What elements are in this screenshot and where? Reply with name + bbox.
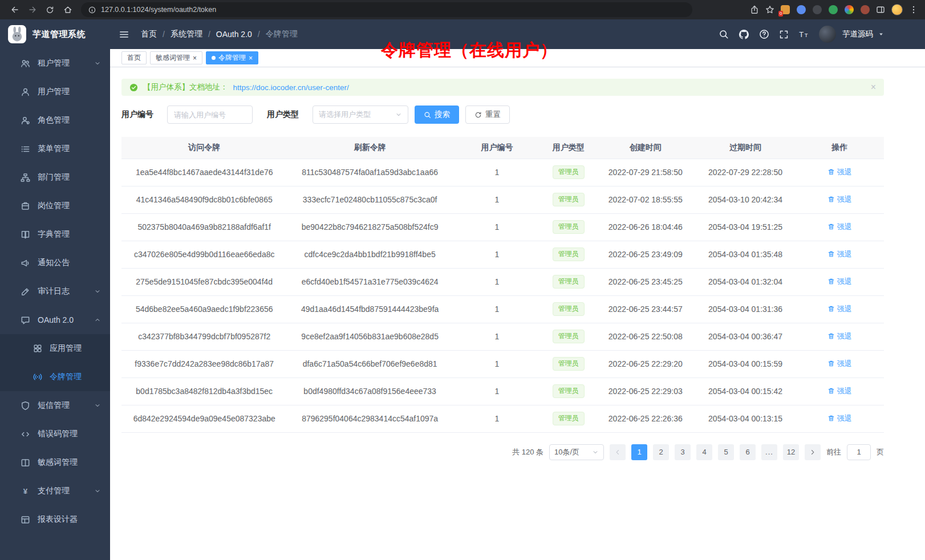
chevron-down-icon [592, 449, 599, 456]
sidebar-item[interactable]: 岗位管理 [0, 192, 110, 220]
sidebar-item[interactable]: ¥支付管理 [0, 477, 110, 505]
info-icon[interactable] [88, 6, 96, 14]
force-logout-button[interactable]: 强退 [827, 386, 852, 396]
bookmark-star-icon[interactable] [765, 5, 774, 14]
sidebar-item[interactable]: 菜单管理 [0, 135, 110, 163]
tab-close-icon[interactable]: × [249, 55, 253, 62]
sidebar-subitem[interactable]: 令牌管理 [0, 363, 110, 391]
force-logout-button[interactable]: 强退 [827, 331, 852, 342]
extension-icon[interactable] [829, 5, 838, 14]
extension-icon[interactable] [845, 5, 854, 14]
sidebar-item[interactable]: 短信管理 [0, 391, 110, 420]
pagination-page-6[interactable]: 6 [740, 444, 756, 460]
force-logout-button[interactable]: 强退 [827, 249, 852, 259]
pagination-page-2[interactable]: 2 [653, 444, 669, 460]
search-icon[interactable] [719, 29, 729, 39]
errcode-icon [21, 429, 30, 439]
breadcrumb-item[interactable]: 首页 [141, 29, 157, 39]
reset-button-label: 重置 [485, 109, 501, 120]
tab-item[interactable]: 敏感词管理× [150, 51, 202, 64]
share-icon[interactable] [750, 5, 759, 14]
extension-icon[interactable] [797, 5, 806, 14]
extension-icon[interactable] [813, 5, 822, 14]
sidebar-item[interactable]: OAuth 2.0 [0, 306, 110, 334]
sidebar-item[interactable]: 敏感词管理 [0, 448, 110, 477]
pagination-page-12[interactable]: 12 [783, 444, 799, 460]
font-size-icon[interactable]: TT [798, 29, 809, 40]
cell-user-id: 1 [453, 350, 541, 378]
cell-user-id: 1 [453, 323, 541, 350]
sidebar-item[interactable]: 租户管理 [0, 49, 110, 78]
force-logout-button[interactable]: 强退 [827, 222, 852, 232]
cell-user-id: 1 [453, 295, 541, 323]
user-name[interactable]: 芋道源码 [842, 29, 873, 39]
browser-forward-button[interactable] [25, 2, 40, 18]
force-logout-button[interactable]: 强退 [827, 413, 852, 424]
rabbit-logo-icon [7, 25, 27, 44]
breadcrumb-item[interactable]: OAuth 2.0 [216, 30, 252, 39]
pagination-page-4[interactable]: 4 [696, 444, 712, 460]
pagination-page-5[interactable]: 5 [718, 444, 734, 460]
split-view-icon[interactable] [876, 5, 885, 14]
caret-down-icon[interactable] [878, 31, 884, 37]
force-logout-button[interactable]: 强退 [827, 277, 852, 287]
alert-text: 【用户体系】文档地址： [143, 82, 228, 92]
cell-refresh-token: dfa6c71a50a54c66bef706ef9e6e8d81 [287, 350, 452, 378]
pagination-goto-input[interactable] [847, 444, 871, 460]
table-row: c347026e805e4d99b0d116eae66eda8ccdfc4ce9… [121, 241, 884, 268]
pagination-prev-button[interactable] [610, 444, 626, 460]
hamburger-menu-icon[interactable] [119, 29, 129, 40]
force-logout-button[interactable]: 强退 [827, 359, 852, 369]
sidebar-subitem[interactable]: 应用管理 [0, 334, 110, 363]
org-tree-icon [21, 173, 30, 182]
force-logout-button[interactable]: 强退 [827, 194, 852, 205]
sidebar-item[interactable]: 部门管理 [0, 163, 110, 192]
app-logo-row[interactable]: 芋道管理系统 [0, 19, 110, 49]
pagination-ellipsis[interactable]: ... [761, 444, 777, 460]
search-button[interactable]: 搜索 [415, 105, 459, 124]
user-avatar[interactable] [819, 26, 836, 43]
token-icon [33, 372, 42, 382]
pagination-page-1[interactable]: 1 [631, 444, 647, 460]
user-type-select-placeholder: 请选择用户类型 [319, 109, 371, 120]
sidebar-item[interactable]: 用户管理 [0, 78, 110, 106]
browser-menu-icon[interactable] [909, 5, 918, 14]
user-type-select[interactable]: 请选择用户类型 [313, 105, 408, 124]
help-icon[interactable] [759, 29, 769, 39]
search-icon [424, 111, 431, 119]
extension-icon[interactable]: 0 [781, 5, 790, 14]
tab-close-icon[interactable]: × [193, 55, 197, 62]
page-size-select[interactable]: 10条/页 [549, 444, 604, 460]
reset-button[interactable]: 重置 [465, 105, 510, 124]
sidebar-item[interactable]: 报表设计器 [0, 505, 110, 534]
cell-create-time: 2022-07-02 18:55:55 [595, 186, 695, 213]
tab-item[interactable]: 令牌管理× [206, 51, 258, 64]
alert-link[interactable]: https://doc.iocoder.cn/user-center/ [233, 83, 349, 92]
address-bar[interactable]: 127.0.0.1:1024/system/oauth2/token [81, 2, 692, 17]
tab-item[interactable]: 首页 [121, 51, 147, 64]
sidebar-item[interactable]: 错误码管理 [0, 420, 110, 448]
pagination-page-3[interactable]: 3 [675, 444, 691, 460]
browser-profile-avatar[interactable] [891, 4, 903, 15]
browser-back-button[interactable] [7, 2, 22, 18]
sidebar-item-label: 角色管理 [38, 115, 70, 125]
force-logout-button[interactable]: 强退 [827, 167, 852, 177]
browser-home-button[interactable] [60, 2, 75, 18]
sidebar-item[interactable]: 角色管理 [0, 106, 110, 135]
sidebar-item[interactable]: 通知公告 [0, 249, 110, 277]
app-icon [33, 344, 42, 353]
sidebar-item-label: 报表设计器 [38, 514, 78, 525]
fullscreen-icon[interactable] [779, 30, 789, 39]
browser-reload-button[interactable] [42, 2, 58, 18]
force-logout-label: 强退 [837, 167, 852, 177]
force-logout-button[interactable]: 强退 [827, 304, 852, 314]
pagination-next-button[interactable] [805, 444, 821, 460]
cell-expire-time: 2054-03-04 01:32:04 [695, 268, 795, 295]
alert-close-icon[interactable]: × [871, 83, 876, 92]
github-icon[interactable] [739, 29, 749, 40]
breadcrumb-item[interactable]: 系统管理 [171, 29, 202, 39]
user-id-input[interactable] [167, 105, 253, 124]
sidebar-item[interactable]: 审计日志 [0, 277, 110, 306]
sidebar-item[interactable]: 字典管理 [0, 220, 110, 249]
extension-icon[interactable] [861, 5, 870, 14]
